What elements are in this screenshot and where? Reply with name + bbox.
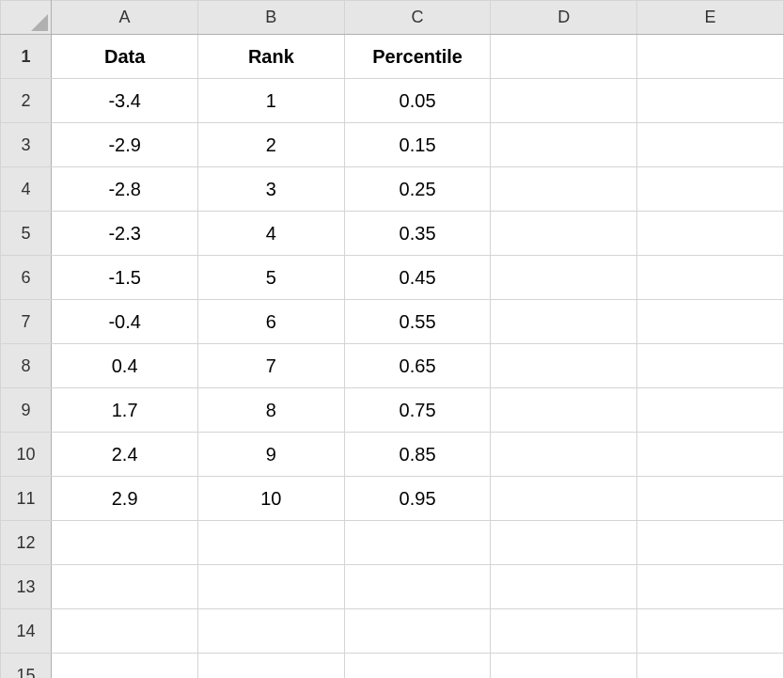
cell-B7[interactable]: 6 bbox=[197, 300, 344, 344]
cell-E7[interactable] bbox=[637, 300, 784, 344]
cell-C10[interactable]: 0.85 bbox=[344, 433, 491, 477]
cell-D14[interactable] bbox=[491, 609, 637, 654]
cell-C1[interactable]: Percentile bbox=[344, 35, 491, 79]
row-header-7[interactable]: 7 bbox=[1, 300, 52, 344]
cell-C3[interactable]: 0.15 bbox=[344, 123, 491, 167]
column-header-E[interactable]: E bbox=[637, 1, 784, 35]
cell-D1[interactable] bbox=[491, 35, 637, 79]
cell-D13[interactable] bbox=[491, 565, 637, 609]
cell-D7[interactable] bbox=[491, 300, 637, 344]
row-2: 2 -3.4 1 0.05 bbox=[1, 79, 784, 123]
cell-C13[interactable] bbox=[344, 565, 491, 609]
cell-E8[interactable] bbox=[637, 344, 784, 388]
row-header-14[interactable]: 14 bbox=[1, 609, 52, 654]
cell-A6[interactable]: -1.5 bbox=[52, 256, 198, 300]
cell-C8[interactable]: 0.65 bbox=[344, 344, 491, 388]
cell-D10[interactable] bbox=[491, 433, 637, 477]
row-header-1[interactable]: 1 bbox=[1, 35, 52, 79]
cell-E14[interactable] bbox=[637, 609, 784, 654]
cell-E4[interactable] bbox=[637, 167, 784, 212]
row-header-8[interactable]: 8 bbox=[1, 344, 52, 388]
cell-A5[interactable]: -2.3 bbox=[52, 212, 198, 256]
row-header-3[interactable]: 3 bbox=[1, 123, 52, 167]
cell-B13[interactable] bbox=[197, 565, 344, 609]
cell-A4[interactable]: -2.8 bbox=[52, 167, 198, 212]
cell-A13[interactable] bbox=[52, 565, 198, 609]
cell-B15[interactable] bbox=[197, 654, 344, 679]
cell-D5[interactable] bbox=[491, 212, 637, 256]
cell-B10[interactable]: 9 bbox=[197, 433, 344, 477]
cell-A1[interactable]: Data bbox=[52, 35, 198, 79]
cell-C4[interactable]: 0.25 bbox=[344, 167, 491, 212]
cell-E13[interactable] bbox=[637, 565, 784, 609]
cell-A3[interactable]: -2.9 bbox=[52, 123, 198, 167]
cell-B11[interactable]: 10 bbox=[197, 477, 344, 521]
cell-A7[interactable]: -0.4 bbox=[52, 300, 198, 344]
cell-B2[interactable]: 1 bbox=[197, 79, 344, 123]
cell-C2[interactable]: 0.05 bbox=[344, 79, 491, 123]
cell-D15[interactable] bbox=[491, 654, 637, 679]
row-header-2[interactable]: 2 bbox=[1, 79, 52, 123]
row-header-6[interactable]: 6 bbox=[1, 256, 52, 300]
cell-A10[interactable]: 2.4 bbox=[52, 433, 198, 477]
cell-D8[interactable] bbox=[491, 344, 637, 388]
cell-D9[interactable] bbox=[491, 388, 637, 433]
cell-E5[interactable] bbox=[637, 212, 784, 256]
cell-C11[interactable]: 0.95 bbox=[344, 477, 491, 521]
row-header-5[interactable]: 5 bbox=[1, 212, 52, 256]
cell-C15[interactable] bbox=[344, 654, 491, 679]
row-header-10[interactable]: 10 bbox=[1, 433, 52, 477]
cell-D4[interactable] bbox=[491, 167, 637, 212]
cell-C6[interactable]: 0.45 bbox=[344, 256, 491, 300]
cell-C5[interactable]: 0.35 bbox=[344, 212, 491, 256]
cell-E15[interactable] bbox=[637, 654, 784, 679]
row-header-4[interactable]: 4 bbox=[1, 167, 52, 212]
cell-E1[interactable] bbox=[637, 35, 784, 79]
row-header-12[interactable]: 12 bbox=[1, 521, 52, 565]
spreadsheet-grid[interactable]: A B C D E 1 Data Rank Percentile 2 -3.4 … bbox=[0, 0, 784, 678]
cell-C9[interactable]: 0.75 bbox=[344, 388, 491, 433]
cell-B6[interactable]: 5 bbox=[197, 256, 344, 300]
cell-A12[interactable] bbox=[52, 521, 198, 565]
cell-D12[interactable] bbox=[491, 521, 637, 565]
cell-B5[interactable]: 4 bbox=[197, 212, 344, 256]
cell-E12[interactable] bbox=[637, 521, 784, 565]
select-all-corner[interactable] bbox=[1, 1, 52, 35]
cell-B4[interactable]: 3 bbox=[197, 167, 344, 212]
column-header-C[interactable]: C bbox=[344, 1, 491, 35]
cell-E10[interactable] bbox=[637, 433, 784, 477]
cell-A14[interactable] bbox=[52, 609, 198, 654]
cell-D11[interactable] bbox=[491, 477, 637, 521]
cell-C14[interactable] bbox=[344, 609, 491, 654]
cell-E11[interactable] bbox=[637, 477, 784, 521]
cell-B9[interactable]: 8 bbox=[197, 388, 344, 433]
row-header-15[interactable]: 15 bbox=[1, 654, 52, 679]
cell-D3[interactable] bbox=[491, 123, 637, 167]
cell-B14[interactable] bbox=[197, 609, 344, 654]
cell-D2[interactable] bbox=[491, 79, 637, 123]
row-header-13[interactable]: 13 bbox=[1, 565, 52, 609]
cell-B12[interactable] bbox=[197, 521, 344, 565]
cell-B3[interactable]: 2 bbox=[197, 123, 344, 167]
cell-E6[interactable] bbox=[637, 256, 784, 300]
cell-A9[interactable]: 1.7 bbox=[52, 388, 198, 433]
column-header-D[interactable]: D bbox=[491, 1, 637, 35]
cell-E2[interactable] bbox=[637, 79, 784, 123]
row-3: 3 -2.9 2 0.15 bbox=[1, 123, 784, 167]
cell-B1[interactable]: Rank bbox=[197, 35, 344, 79]
cell-B8[interactable]: 7 bbox=[197, 344, 344, 388]
cell-E9[interactable] bbox=[637, 388, 784, 433]
column-header-B[interactable]: B bbox=[197, 1, 344, 35]
row-header-11[interactable]: 11 bbox=[1, 477, 52, 521]
row-9: 9 1.7 8 0.75 bbox=[1, 388, 784, 433]
row-header-9[interactable]: 9 bbox=[1, 388, 52, 433]
cell-A8[interactable]: 0.4 bbox=[52, 344, 198, 388]
cell-A2[interactable]: -3.4 bbox=[52, 79, 198, 123]
cell-D6[interactable] bbox=[491, 256, 637, 300]
cell-A11[interactable]: 2.9 bbox=[52, 477, 198, 521]
cell-C12[interactable] bbox=[344, 521, 491, 565]
column-header-A[interactable]: A bbox=[52, 1, 198, 35]
cell-A15[interactable] bbox=[52, 654, 198, 679]
cell-C7[interactable]: 0.55 bbox=[344, 300, 491, 344]
cell-E3[interactable] bbox=[637, 123, 784, 167]
